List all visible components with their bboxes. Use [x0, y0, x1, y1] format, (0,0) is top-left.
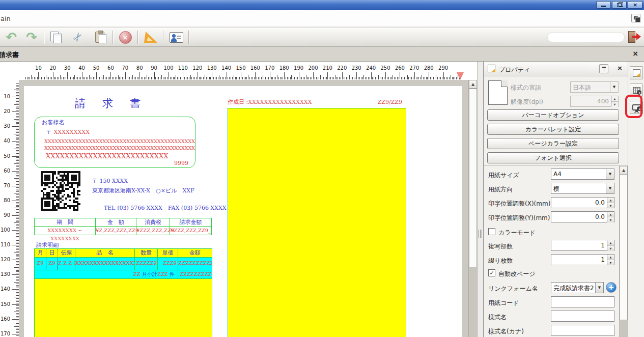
created-date-field[interactable]: 作成日 :XXXXXXXXXXXXXXXX [228, 98, 312, 106]
sender-tel-fax[interactable]: TEL (03) 5766-XXXX FAX (03) 5766-XXXX [104, 204, 227, 212]
color-mode-checkbox[interactable] [488, 228, 495, 235]
right-yellow-region[interactable] [228, 108, 406, 337]
link-form-add-button[interactable]: + [606, 282, 617, 293]
ruler-tick [401, 77, 402, 79]
font-select-button[interactable]: フォント選択 [487, 152, 619, 163]
window-titlebar: × [0, 0, 644, 10]
ruler-tick [12, 245, 19, 245]
auto-page-checkbox[interactable]: ✓ [488, 269, 495, 276]
toolbar-input[interactable] [547, 32, 625, 42]
ruler-tick [408, 77, 409, 79]
ruler-tick [265, 77, 266, 79]
ruler-label: 160 [1, 316, 10, 322]
invoice-title[interactable]: 請 求 書 [75, 96, 144, 110]
ruler-tick [189, 77, 189, 79]
paper-size-label: 用紙サイズ [488, 171, 519, 180]
ruler-tick [229, 77, 230, 79]
customer-name-field[interactable]: XXXXXXXXXXXXXXXXXXXXXXXXXX [46, 152, 169, 160]
paste-button[interactable] [91, 29, 109, 45]
customer-label[interactable]: お客様名 [42, 119, 64, 126]
subtotal-label-cell: ZZ 月小計ZZZ 件 [35, 270, 178, 278]
ruler-tick [400, 72, 400, 79]
ruler-tick [228, 77, 228, 79]
summary-table[interactable]: 期 間 金 額 消費税 請求金額 XXXXXXXX ~ XXXXXXXX ¥Z,… [34, 218, 212, 235]
cut-button[interactable]: ✂ [69, 29, 87, 45]
detail-table[interactable]: 月 日 伝票 品 名 数量 単価 金額 Z9 Z9 Z Z Z 9 XXXXXX… [34, 248, 212, 337]
ruler-tick [291, 75, 292, 79]
ruler-tick [212, 72, 212, 79]
set-square-icon [144, 32, 157, 43]
ruler-tick [300, 77, 300, 79]
color-palette-button[interactable]: カラーパレット設定 [487, 124, 619, 135]
window-close-button[interactable]: × [628, 1, 642, 9]
address-card-button[interactable] [167, 29, 185, 45]
ruler-tick [114, 77, 114, 79]
customer-address-line1[interactable]: XXXXXXXXXXXXXXXXXXXXXXXXXXXXXXXXXXXXXXXX… [44, 138, 195, 144]
panel-splitter[interactable] [477, 62, 484, 337]
ruler-tick [106, 77, 107, 79]
ruler-tick [397, 77, 398, 79]
ruler-tick [79, 77, 79, 79]
exit-button[interactable] [625, 29, 643, 45]
canvas-vertical-scrollbar[interactable]: ▲ [468, 80, 477, 337]
menu-item-main[interactable]: ain [1, 15, 11, 22]
link-form-select[interactable]: 完成版請求書2 ▼ [551, 282, 604, 293]
properties-tab-button[interactable] [630, 66, 643, 79]
ruler-tick [245, 77, 246, 79]
customer-code-field[interactable]: 9999 [174, 160, 188, 166]
delete-button[interactable]: × [116, 29, 134, 45]
undo-button[interactable]: ↶ [2, 29, 20, 45]
ime-language-icon[interactable]: G [631, 14, 640, 22]
style-name-kana-input[interactable] [551, 325, 614, 336]
ruler-marker-icon[interactable] [457, 72, 464, 80]
barcode-option-button[interactable]: バーコードオプション [487, 109, 619, 121]
ruler-tick [307, 77, 308, 79]
scrollbar-thumb[interactable] [620, 174, 628, 320]
ruler-tick [91, 77, 91, 79]
ruler-tick [418, 77, 419, 79]
window-minimize-button[interactable] [596, 1, 611, 9]
copies-spinner[interactable]: 1 ▲▼ [551, 240, 614, 251]
ruler-tick [410, 77, 410, 79]
ruler-tick [177, 77, 178, 79]
form-page[interactable]: 請 求 書 お客様名 〒 XXXXXXXXX XXXXXXXXXXXXXXXXX… [24, 86, 462, 337]
ruler-tick [44, 77, 45, 79]
ruler-label: 100 [163, 65, 173, 71]
ruler-tick [425, 77, 425, 79]
adjust-y-spinner[interactable]: 0.0 ▲▼ [551, 211, 614, 222]
paper-code-input[interactable] [551, 296, 614, 307]
ruler-tool-button[interactable] [142, 29, 160, 45]
paper-size-select[interactable]: A4 ▼ [551, 168, 614, 180]
page-number-field[interactable]: ZZ9/ZZ9 [375, 99, 402, 105]
properties-panel: プロパティ × 様式の言語 日本語 ▼ 解像度(dpi) 400 ▲▼ バーコー… [484, 62, 628, 337]
style-name-input[interactable] [551, 311, 614, 322]
detail-section-label[interactable]: 請求明細 [36, 241, 59, 249]
ruler-label: 20 [4, 108, 10, 114]
orientation-select[interactable]: 横 ▼ [551, 183, 614, 194]
redo-button[interactable]: ↷ [22, 29, 41, 45]
ruler-tick [170, 77, 171, 79]
properties-icon [633, 69, 640, 77]
scrollbar-thumb[interactable] [469, 89, 477, 267]
adjust-x-spinner[interactable]: 0.0 ▲▼ [551, 197, 614, 208]
panel-scrollbar[interactable]: ▲ [619, 166, 628, 337]
ruler-tick [74, 75, 75, 79]
sender-address[interactable]: 東京都港区港南X-XX-X ○×ビル XXF [92, 187, 194, 194]
binding-count-spinner[interactable]: 1 ▲▼ [551, 254, 614, 265]
scroll-up-button[interactable]: ▲ [469, 80, 477, 89]
form-tab-title[interactable]: 請求書 [0, 50, 19, 60]
detail-data-cell: XXXXXXXXXXXXXXXXXXXXXX [75, 258, 135, 270]
scroll-up-button[interactable]: ▲ [620, 166, 628, 175]
pin-panel-button[interactable] [599, 64, 608, 73]
form-tab-close-icon[interactable]: × [632, 49, 638, 58]
customer-postal-field[interactable]: 〒 XXXXXXXXX [46, 128, 90, 136]
sender-postal[interactable]: 〒 150-XXXX [92, 177, 128, 185]
qr-code[interactable] [41, 171, 80, 211]
ruler-tick [437, 77, 438, 79]
ruler-tick [12, 260, 19, 260]
window-restore-button[interactable] [612, 1, 627, 9]
panel-close-icon[interactable]: × [617, 64, 623, 72]
customer-address-line2[interactable]: XXXXXXXXXXXXXXXXXXXXXXXXXXXXXXXXXXXXXXXX… [44, 145, 195, 151]
copy-button[interactable] [47, 29, 65, 45]
page-color-button[interactable]: ページカラー設定 [487, 138, 619, 149]
